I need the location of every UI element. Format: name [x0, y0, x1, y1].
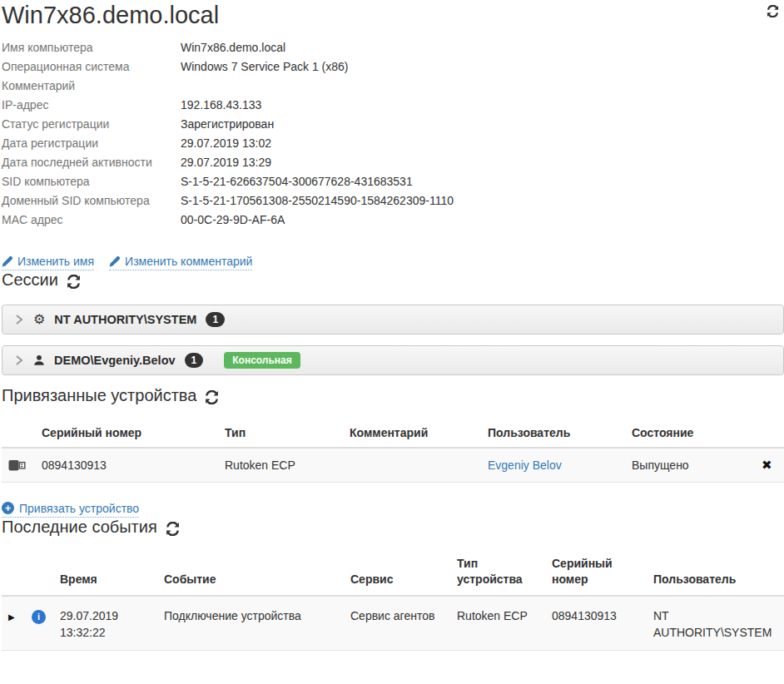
- expand-row-icon[interactable]: ▶: [8, 612, 15, 622]
- device-serial: 0894130913: [35, 448, 218, 483]
- computer-properties: Имя компьютераWin7x86.demo.local Операци…: [2, 38, 784, 230]
- property-value: Windows 7 Service Pack 1 (x86): [181, 57, 349, 77]
- devices-heading: Привязанные устройства: [2, 386, 784, 405]
- column-comment: Комментарий: [343, 419, 481, 448]
- column-type: Тип: [218, 419, 343, 448]
- events-header-row: Время Событие Сервис Тип устройства Сери…: [2, 548, 784, 596]
- sessions-heading-label: Сессии: [2, 270, 58, 290]
- refresh-icon: [166, 522, 180, 536]
- column-state: Состояние: [625, 419, 755, 448]
- property-value: 00-0C-29-9D-AF-6A: [181, 211, 285, 230]
- property-label: Дата последней активности: [2, 153, 181, 172]
- property-row: Имя компьютераWin7x86.demo.local: [2, 38, 784, 57]
- info-icon: i: [32, 610, 46, 624]
- session-panel-system[interactable]: ⚙ NT AUTHORITY\SYSTEM 1: [2, 305, 784, 335]
- devices-refresh-button[interactable]: [205, 390, 219, 404]
- severity-column: [25, 548, 53, 596]
- property-label: Комментарий: [2, 77, 181, 96]
- property-row: Доменный SID компьютераS-1-5-21-17056130…: [2, 191, 784, 211]
- property-row: Комментарий: [2, 77, 784, 96]
- edit-comment-label: Изменить комментарий: [125, 255, 252, 268]
- property-label: Доменный SID компьютера: [2, 191, 181, 211]
- property-label: SID компьютера: [2, 172, 181, 191]
- property-row: MAC адрес00-0C-29-9D-AF-6A: [2, 211, 784, 230]
- property-value: 29.07.2019 13:29: [181, 153, 271, 172]
- column-time: Время: [53, 548, 157, 596]
- sessions-refresh-button[interactable]: [67, 275, 81, 289]
- property-label: MAC адрес: [2, 211, 181, 230]
- edit-name-label: Изменить имя: [17, 255, 94, 268]
- column-user: Пользователь: [647, 548, 784, 596]
- sessions-heading: Сессии: [2, 270, 784, 290]
- event-name: Подключение устройства: [157, 596, 344, 651]
- property-row: Дата последней активности29.07.2019 13:2…: [2, 153, 784, 172]
- session-count-badge: 1: [206, 312, 225, 327]
- property-row: IP-адрес192.168.43.133: [2, 96, 784, 115]
- column-event: Событие: [157, 548, 344, 596]
- property-value: 192.168.43.133: [181, 96, 261, 115]
- devices-table: Серийный номер Тип Комментарий Пользоват…: [2, 419, 784, 483]
- property-label: IP-адрес: [2, 96, 181, 115]
- devices-header-row: Серийный номер Тип Комментарий Пользоват…: [2, 419, 784, 448]
- usb-token-icon: [8, 459, 28, 472]
- events-table: Время Событие Сервис Тип устройства Сери…: [2, 548, 784, 651]
- events-heading: Последние события: [2, 518, 784, 537]
- sessions-list: ⚙ NT AUTHORITY\SYSTEM 1 DEMO\Evgeniy.Bel…: [2, 305, 784, 375]
- column-device-type: Тип устройства: [450, 548, 545, 596]
- property-value: S-1-5-21-626637504-300677628-431683531: [181, 172, 413, 191]
- property-label: Статус регистрации: [2, 115, 181, 134]
- gear-icon: ⚙: [33, 313, 45, 326]
- column-serial: Серийный номер: [545, 548, 647, 596]
- property-value: 29.07.2019 13:02: [181, 134, 271, 153]
- session-panel-user[interactable]: DEMO\Evgeniy.Belov 1 Консольная: [2, 345, 784, 375]
- column-user: Пользователь: [481, 419, 625, 448]
- edit-name-link[interactable]: Изменить имя: [2, 255, 94, 270]
- column-service: Сервис: [344, 548, 450, 596]
- device-user-link[interactable]: Evgeniy Belov: [488, 458, 562, 472]
- session-user-label: NT AUTHORITY\SYSTEM: [54, 313, 196, 326]
- event-service: Сервис агентов: [344, 596, 450, 651]
- chevron-right-icon: [14, 314, 24, 325]
- session-count-badge: 1: [185, 353, 204, 368]
- console-session-badge: Консольная: [224, 352, 300, 369]
- property-row: Статус регистрацииЗарегистрирован: [2, 115, 784, 134]
- device-row: 0894130913 Rutoken ECP Evgeniy Belov Вып…: [2, 448, 784, 483]
- bind-device-row: + Привязать устройство: [2, 501, 784, 518]
- expand-column: [2, 548, 25, 596]
- property-row: Дата регистрации29.07.2019 13:02: [2, 134, 784, 153]
- refresh-icon: [205, 390, 219, 404]
- events-heading-label: Последние события: [2, 518, 157, 537]
- refresh-icon: [67, 275, 81, 289]
- device-icon-cell: [2, 448, 35, 483]
- property-value: Win7x86.demo.local: [181, 38, 285, 57]
- property-label: Операционная система: [2, 57, 181, 77]
- page-refresh-button[interactable]: [767, 5, 779, 17]
- event-device-type: Rutoken ECP: [450, 596, 545, 651]
- property-label: Дата регистрации: [2, 134, 181, 153]
- event-user: NT AUTHORITY\SYSTEM: [647, 596, 784, 651]
- device-comment: [343, 448, 481, 483]
- device-state: Выпущено: [625, 448, 755, 483]
- edit-comment-link[interactable]: Изменить комментарий: [109, 255, 252, 270]
- events-refresh-button[interactable]: [166, 522, 180, 536]
- unbind-device-icon[interactable]: ✖: [762, 458, 772, 473]
- property-row: Операционная системаWindows 7 Service Pa…: [2, 57, 784, 77]
- property-label: Имя компьютера: [2, 38, 181, 57]
- column-serial: Серийный номер: [35, 419, 218, 448]
- event-serial: 0894130913: [545, 596, 647, 651]
- event-row: ▶ i 29.07.2019 13:32:22 Подключение устр…: [2, 596, 784, 651]
- property-value: Зарегистрирован: [181, 115, 274, 134]
- user-icon: [33, 354, 45, 366]
- chevron-right-icon: [14, 354, 24, 366]
- property-row: SID компьютераS-1-5-21-626637504-3006776…: [2, 172, 784, 191]
- bind-device-link[interactable]: + Привязать устройство: [2, 502, 139, 518]
- pencil-icon: [2, 256, 12, 267]
- refresh-icon: [767, 5, 779, 17]
- plus-circle-icon: +: [2, 502, 14, 514]
- page-title: Win7x86.demo.local: [2, 2, 219, 28]
- session-user-label: DEMO\Evgeniy.Belov: [54, 354, 176, 367]
- edit-links: Изменить имя Изменить комментарий: [2, 255, 784, 270]
- device-icon-column: [2, 419, 35, 448]
- devices-heading-label: Привязанные устройства: [2, 386, 196, 405]
- bind-device-label: Привязать устройство: [19, 502, 139, 515]
